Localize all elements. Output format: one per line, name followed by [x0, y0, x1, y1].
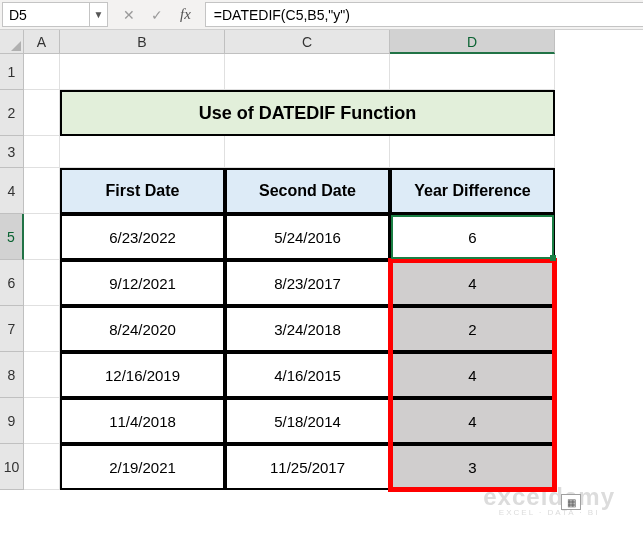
cell-A2[interactable] [24, 90, 60, 136]
row-header-2[interactable]: 2 [0, 90, 24, 136]
cells-area: exceldemy EXCEL · DATA · BI Use of DATED… [24, 54, 643, 533]
header-year-diff[interactable]: Year Difference [390, 168, 555, 214]
cell-yeardiff-8[interactable]: 4 [390, 352, 555, 398]
cell-firstdate-5[interactable]: 6/23/2022 [60, 214, 225, 260]
cell-A8[interactable] [24, 352, 60, 398]
col-header-B[interactable]: B [60, 30, 225, 54]
row-header-1[interactable]: 1 [0, 54, 24, 90]
formula-input[interactable]: =DATEDIF(C5,B5,"y") [205, 2, 643, 27]
name-box[interactable]: D5 [2, 2, 90, 27]
row-header-4[interactable]: 4 [0, 168, 24, 214]
cell-seconddate-10[interactable]: 11/25/2017 [225, 444, 390, 490]
cell-B1[interactable] [60, 54, 225, 90]
cell-seconddate-9[interactable]: 5/18/2014 [225, 398, 390, 444]
cell-firstdate-8[interactable]: 12/16/2019 [60, 352, 225, 398]
cell-firstdate-10[interactable]: 2/19/2021 [60, 444, 225, 490]
cancel-icon[interactable]: ✕ [122, 7, 136, 23]
header-first-date[interactable]: First Date [60, 168, 225, 214]
cell-yeardiff-6[interactable]: 4 [390, 260, 555, 306]
cell-C1[interactable] [225, 54, 390, 90]
cell-yeardiff-10[interactable]: 3 [390, 444, 555, 490]
row-header-9[interactable]: 9 [0, 398, 24, 444]
row-headers: 12345678910 [0, 54, 24, 533]
row-header-7[interactable]: 7 [0, 306, 24, 352]
cell-yeardiff-9[interactable]: 4 [390, 398, 555, 444]
cell-firstdate-6[interactable]: 9/12/2021 [60, 260, 225, 306]
col-header-D[interactable]: D [390, 30, 555, 54]
cell-C3[interactable] [225, 136, 390, 168]
row-header-3[interactable]: 3 [0, 136, 24, 168]
cell-A5[interactable] [24, 214, 60, 260]
cell-yeardiff-7[interactable]: 2 [390, 306, 555, 352]
row-header-10[interactable]: 10 [0, 444, 24, 490]
col-header-A[interactable]: A [24, 30, 60, 54]
fx-icon[interactable]: fx [178, 6, 197, 23]
column-headers: ABCD [24, 30, 643, 54]
select-all-corner[interactable] [0, 30, 24, 54]
cell-seconddate-5[interactable]: 5/24/2016 [225, 214, 390, 260]
autofill-options-icon[interactable]: ▦ [561, 494, 581, 510]
header-second-date[interactable]: Second Date [225, 168, 390, 214]
row-header-5[interactable]: 5 [0, 214, 24, 260]
cell-seconddate-8[interactable]: 4/16/2015 [225, 352, 390, 398]
row-header-8[interactable]: 8 [0, 352, 24, 398]
cell-B3[interactable] [60, 136, 225, 168]
cell-A10[interactable] [24, 444, 60, 490]
cell-seconddate-6[interactable]: 8/23/2017 [225, 260, 390, 306]
confirm-icon[interactable]: ✓ [150, 7, 164, 23]
cell-A6[interactable] [24, 260, 60, 306]
cell-seconddate-7[interactable]: 3/24/2018 [225, 306, 390, 352]
row-header-6[interactable]: 6 [0, 260, 24, 306]
cell-A7[interactable] [24, 306, 60, 352]
cell-A9[interactable] [24, 398, 60, 444]
cell-A1[interactable] [24, 54, 60, 90]
cell-A4[interactable] [24, 168, 60, 214]
formula-bar-row: D5 ▼ ✕ ✓ fx =DATEDIF(C5,B5,"y") [0, 0, 643, 30]
cell-D1[interactable] [390, 54, 555, 90]
cell-yeardiff-5[interactable]: 6 [390, 214, 555, 260]
cell-A3[interactable] [24, 136, 60, 168]
cell-firstdate-7[interactable]: 8/24/2020 [60, 306, 225, 352]
title-cell[interactable]: Use of DATEDIF Function [60, 90, 555, 136]
cell-firstdate-9[interactable]: 11/4/2018 [60, 398, 225, 444]
formula-bar-buttons: ✕ ✓ fx [114, 0, 205, 29]
col-header-C[interactable]: C [225, 30, 390, 54]
cell-D3[interactable] [390, 136, 555, 168]
name-box-dropdown[interactable]: ▼ [90, 2, 108, 27]
